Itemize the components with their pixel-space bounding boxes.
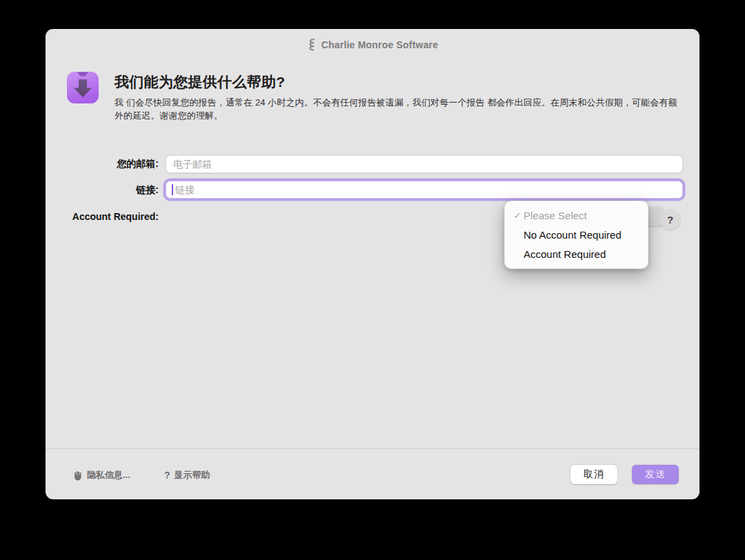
intro-text: 我 们会尽快回复您的报告，通常在 24 小时之内。不会有任何报告被遗漏，我们对每…	[115, 97, 684, 123]
link-input-wrapper	[166, 181, 683, 199]
show-help-button[interactable]: ? 显示帮助	[164, 469, 210, 481]
menu-item-account-required[interactable]: Account Required	[505, 244, 648, 263]
desktop-background: Charlie Monroe Software	[0, 0, 745, 560]
menu-item-label: Please Select	[524, 210, 587, 221]
question-mark-icon: ?	[667, 214, 673, 226]
privacy-info-button[interactable]: 隐私信息...	[73, 469, 130, 481]
account-required-label: Account Required:	[46, 211, 159, 222]
email-field-label: 您的邮箱:	[46, 158, 159, 170]
title-bar[interactable]: Charlie Monroe Software	[46, 29, 699, 61]
send-button-label: 发送	[645, 468, 666, 481]
spring-logo-icon	[307, 38, 316, 52]
show-help-label: 显示帮助	[175, 469, 210, 481]
help-question-icon: ?	[164, 470, 170, 481]
cancel-button-label: 取消	[584, 468, 604, 481]
link-field-label: 链接:	[46, 184, 159, 197]
send-button[interactable]: 发送	[632, 465, 679, 484]
link-input[interactable]	[166, 181, 683, 199]
downie-app-icon	[66, 71, 99, 104]
footer-divider	[46, 448, 699, 449]
hand-icon	[73, 470, 83, 481]
account-dropdown-menu: ✓ Please Select No Account Required Acco…	[504, 201, 648, 269]
text-cursor	[172, 184, 173, 195]
email-input[interactable]	[166, 155, 683, 173]
window-title: Charlie Monroe Software	[321, 39, 439, 50]
help-button[interactable]: ?	[659, 209, 681, 230]
cancel-button[interactable]: 取消	[570, 465, 617, 484]
page-title: 我们能为您提供什么帮助?	[115, 72, 285, 92]
menu-item-label: No Account Required	[524, 229, 622, 241]
menu-item-no-account-required[interactable]: No Account Required	[505, 225, 648, 244]
menu-item-label: Account Required	[524, 248, 606, 260]
checkmark-icon: ✓	[513, 210, 522, 221]
menu-item-please-select[interactable]: ✓ Please Select	[505, 206, 648, 225]
privacy-info-label: 隐私信息...	[87, 469, 130, 481]
support-dialog-window: Charlie Monroe Software	[46, 29, 699, 499]
